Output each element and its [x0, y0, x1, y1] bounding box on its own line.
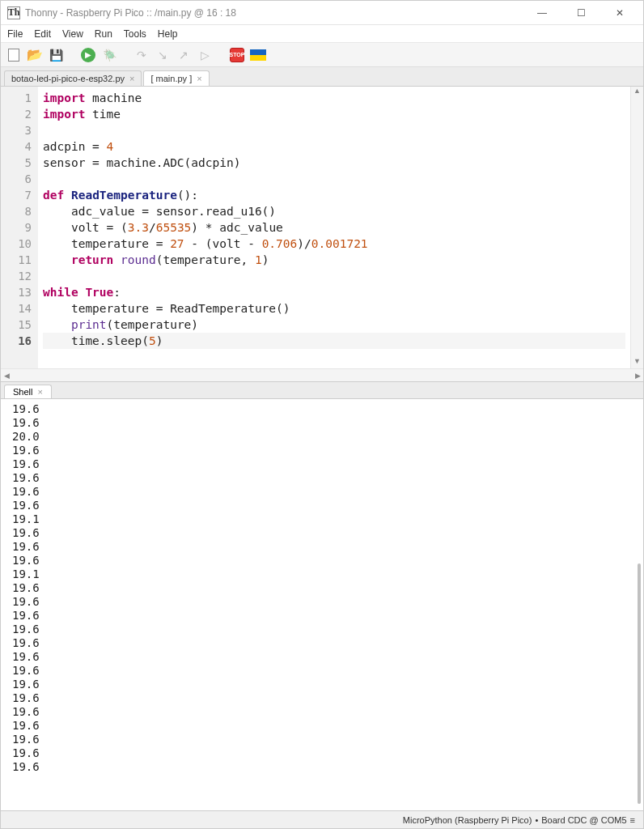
- shell-output[interactable]: 19.6 19.6 20.0 19.6 19.6 19.6 19.6 19.6 …: [1, 399, 643, 810]
- bug-icon: 🪲: [103, 49, 117, 62]
- step-out-button[interactable]: ↗: [176, 47, 192, 63]
- toolbar: 📂 💾 ▶ 🪲 ↷ ↘ ↗ ▷ STOP: [1, 43, 643, 67]
- close-icon[interactable]: ×: [197, 74, 201, 83]
- scroll-down-icon[interactable]: ▼: [631, 357, 643, 368]
- tab-label: [ main.py ]: [150, 74, 192, 83]
- menu-run[interactable]: Run: [95, 28, 112, 40]
- run-button[interactable]: ▶: [80, 47, 96, 63]
- stop-icon: STOP: [230, 48, 244, 62]
- play-icon: ▶: [81, 48, 95, 62]
- scroll-right-icon[interactable]: ▶: [632, 369, 643, 381]
- new-file-button[interactable]: [6, 47, 22, 63]
- window-title: Thonny - Raspberry Pi Pico :: /main.py @…: [25, 7, 530, 19]
- save-file-button[interactable]: 💾: [48, 47, 64, 63]
- port-label[interactable]: Board CDC @ COM5: [541, 815, 626, 825]
- app-icon: Th: [7, 6, 20, 19]
- save-icon: 💾: [49, 49, 63, 62]
- minimize-button[interactable]: —: [530, 7, 554, 19]
- title-bar: Th Thonny - Raspberry Pi Pico :: /main.p…: [1, 1, 643, 25]
- menu-help[interactable]: Help: [158, 28, 178, 40]
- editor-tab-bar: botao-led-pi-pico-e-esp32.py × [ main.py…: [1, 67, 643, 87]
- line-number-gutter: 123 456 789 101112 131415 16: [1, 87, 38, 368]
- shell-scrollbar-thumb[interactable]: [638, 563, 641, 804]
- tab-main-file[interactable]: [ main.py ] ×: [143, 70, 209, 86]
- status-menu-icon[interactable]: ≡: [630, 815, 635, 825]
- step-into-button[interactable]: ↘: [155, 47, 171, 63]
- close-button[interactable]: ✕: [608, 7, 632, 19]
- folder-open-icon: 📂: [27, 47, 43, 62]
- open-file-button[interactable]: 📂: [27, 47, 43, 63]
- horizontal-scrollbar[interactable]: ◀ ▶: [1, 368, 643, 381]
- menu-bar: File Edit View Run Tools Help: [1, 25, 643, 43]
- interpreter-label[interactable]: MicroPython (Raspberry Pi Pico): [403, 815, 532, 825]
- close-icon[interactable]: ×: [37, 387, 42, 397]
- menu-tools[interactable]: Tools: [124, 28, 146, 40]
- tab-shell[interactable]: Shell ×: [4, 385, 52, 398]
- maximize-button[interactable]: ☐: [569, 7, 593, 19]
- window-controls: — ☐ ✕: [530, 7, 632, 19]
- scroll-up-icon[interactable]: ▲: [631, 87, 643, 98]
- step-over-button[interactable]: ↷: [133, 47, 150, 63]
- tab-label: Shell: [13, 387, 32, 397]
- code-content[interactable]: import machine import time adcpin = 4 se…: [38, 87, 630, 368]
- shell-text: 19.6 19.6 20.0 19.6 19.6 19.6 19.6 19.6 …: [12, 402, 40, 773]
- menu-file[interactable]: File: [7, 28, 23, 40]
- status-bar: MicroPython (Raspberry Pi Pico) • Board …: [1, 810, 643, 828]
- shell-tab-bar: Shell ×: [1, 381, 643, 399]
- tab-label: botao-led-pi-pico-e-esp32.py: [11, 74, 125, 83]
- menu-edit[interactable]: Edit: [34, 28, 51, 40]
- debug-button[interactable]: 🪲: [101, 47, 117, 63]
- new-file-icon: [8, 49, 19, 62]
- support-ukraine-button[interactable]: [250, 47, 266, 63]
- code-editor[interactable]: 123 456 789 101112 131415 16 import mach…: [1, 87, 643, 368]
- menu-view[interactable]: View: [62, 28, 83, 40]
- scroll-left-icon[interactable]: ◀: [1, 369, 12, 381]
- separator: •: [535, 815, 538, 825]
- resume-button[interactable]: ▷: [197, 47, 213, 63]
- vertical-scrollbar[interactable]: ▲ ▼: [630, 87, 643, 368]
- tab-botao-file[interactable]: botao-led-pi-pico-e-esp32.py ×: [4, 70, 142, 86]
- ukraine-flag-icon: [250, 49, 266, 61]
- stop-button[interactable]: STOP: [229, 47, 245, 63]
- close-icon[interactable]: ×: [129, 74, 134, 83]
